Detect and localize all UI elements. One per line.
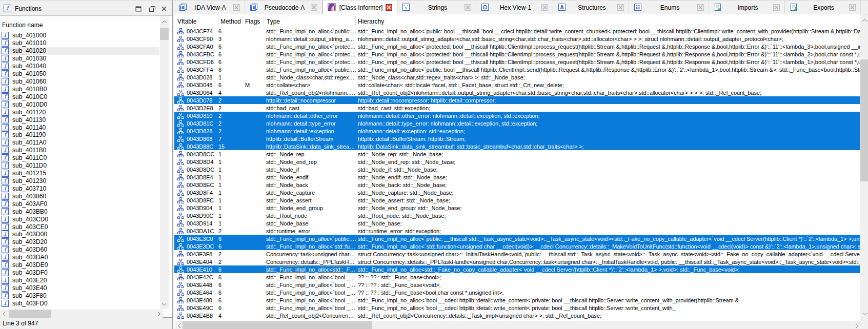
table-row[interactable]: 0043CFD86std::_Func_impl_no_alloc<`prote… (174, 58, 860, 66)
function-list-item[interactable]: fsub_401060 (0, 78, 159, 86)
column-header-type[interactable]: Type (267, 18, 280, 25)
scroll-thumb[interactable] (860, 59, 868, 181)
scroll-up-icon[interactable] (160, 17, 168, 26)
function-list-item[interactable]: fsub_403CE0 (0, 223, 159, 231)
function-list-item[interactable]: fsub_403CD0 (0, 215, 159, 223)
scroll-thumb[interactable] (9, 310, 51, 318)
restore-icon[interactable] (149, 5, 156, 12)
column-header-flags[interactable]: Flags (245, 18, 260, 25)
function-list-item[interactable]: fsub_401050 (0, 70, 159, 78)
table-row[interactable]: 0043D9041std::_Node_end_groupstd::_Node_… (174, 204, 860, 212)
tab-exports[interactable]: Exports (785, 1, 861, 14)
function-list-item[interactable]: fsub_403F80 (0, 292, 159, 299)
table-row[interactable]: 0043D8FC1std::_Node_assertstd::_Node_ass… (174, 196, 860, 204)
function-list-item[interactable]: fsub_403860 (0, 192, 159, 200)
table-row[interactable]: 0043E3F82Concurrency::task<unsigned char… (174, 250, 860, 258)
scroll-left-icon[interactable] (0, 310, 8, 318)
tab-close-icon[interactable] (541, 4, 548, 11)
function-list-item[interactable]: fsub_401130 (0, 116, 159, 124)
function-list-item[interactable]: fsub_401215 (0, 170, 159, 177)
tab-close-icon[interactable] (386, 4, 392, 11)
tab-hex-view-1[interactable]: Hex View-1 (476, 1, 553, 14)
table-row[interactable]: 0043D8687httplib::detail::BufferStreamht… (174, 135, 860, 142)
tab-close-icon[interactable] (465, 4, 471, 11)
scroll-down-icon[interactable] (160, 300, 168, 308)
function-list-item[interactable]: fsub_4011B0 (0, 147, 159, 154)
functions-vertical-scrollbar[interactable] (160, 16, 169, 309)
scroll-thumb[interactable] (160, 28, 169, 40)
functions-horizontal-scrollbar[interactable] (0, 310, 163, 318)
table-row[interactable]: 0043D0644std::_Ref_count_obj2<nlohmann::… (174, 89, 860, 96)
function-list-item[interactable]: fsub_403FD0 (0, 299, 159, 307)
function-list-item[interactable]: fsub_403E40 (0, 284, 159, 292)
function-list-item[interactable]: fsub_403D20 (0, 238, 159, 246)
tab-close-icon[interactable] (233, 4, 240, 11)
tab-close-icon[interactable] (849, 4, 856, 11)
scroll-right-icon[interactable] (853, 321, 861, 329)
tab-close-icon[interactable] (773, 4, 780, 11)
function-list-item[interactable]: fsub_403DF0 (0, 269, 159, 277)
table-row[interactable]: 0043CF903nlohmann::detail::output_string… (174, 35, 860, 43)
function-list-item[interactable]: fsub_403AF0 (0, 200, 159, 208)
function-list-item[interactable]: fsub_401040 (0, 63, 159, 70)
tab-close-icon[interactable] (617, 4, 624, 11)
scroll-up-icon[interactable] (860, 16, 868, 24)
function-list-item[interactable]: fsub_403BB0 (0, 208, 159, 215)
tab-imports[interactable]: Imports (709, 1, 785, 14)
tab-pseudocode-a[interactable]: Pseudocode-A (245, 1, 322, 14)
table-row[interactable]: 0043E49C6std::_Func_impl_no_alloc<`bool … (174, 304, 860, 312)
tab-structures[interactable]: AStructures (553, 1, 629, 14)
table-row[interactable]: 0043E3C06std::_Func_impl_no_alloc<`publi… (174, 235, 860, 242)
table-row[interactable]: 0043D8D41std::_Node_end_repstd::_Node_en… (174, 158, 860, 166)
table-row[interactable]: 0043CFA06std::_Func_impl_no_alloc<`prote… (174, 43, 860, 50)
column-header-hierarchy[interactable]: Hierarchy (358, 18, 384, 25)
function-list-item[interactable]: fsub_4011A0 (0, 139, 159, 147)
functions-panel-titlebar[interactable]: f Functions (0, 0, 172, 16)
table-row[interactable]: 0043E4B84std::_Ref_count_obj2<Concurrenc… (174, 312, 860, 319)
function-list-item[interactable]: fsub_4010D0 (0, 100, 159, 108)
table-row[interactable]: 0043D9141std::_Node_basestd::_Node_base; (174, 219, 860, 227)
column-header-method[interactable]: Method (220, 18, 241, 25)
table-row[interactable]: 0043D8102nlohmann::detail::other_errornl… (174, 112, 860, 119)
tab-strings[interactable]: sStrings (397, 1, 476, 14)
function-list-item[interactable]: fsub_401010 (0, 39, 159, 47)
function-list-item[interactable]: fsub_401000 (0, 32, 159, 39)
table-row[interactable]: 0043D8CC1std::_Node_repstd::_Node_rep: s… (174, 150, 860, 158)
function-list-item[interactable]: fsub_401030 (0, 55, 159, 63)
function-list-item[interactable]: fsub_4010B0 (0, 85, 159, 93)
table-row[interactable]: 0043E4106std::_Func_impl_no_alloc<std::_… (174, 265, 860, 273)
scroll-right-icon[interactable] (155, 310, 163, 318)
function-list-item[interactable]: fsub_403710 (0, 184, 159, 192)
table-horizontal-scrollbar[interactable] (175, 321, 860, 329)
function-name-column-header[interactable]: Function name (2, 22, 43, 29)
scroll-thumb[interactable] (183, 321, 372, 329)
table-row[interactable]: 0043D8F41std::_Node_capturestd::_Node_ca… (174, 189, 860, 196)
function-list-item[interactable]: fsub_403DA0 (0, 254, 159, 261)
function-list-item[interactable]: fsub_401230 (0, 177, 159, 185)
table-row[interactable]: 0043D8EC1std::_Node_backstd::_Node_back:… (174, 181, 860, 189)
table-row[interactable]: 0043D0782httplib::detail::nocompressorht… (174, 96, 860, 104)
function-list-item[interactable]: fsub_4010C0 (0, 93, 159, 100)
tab-enums[interactable]: Enums (629, 1, 709, 14)
maximize-icon[interactable] (135, 5, 142, 12)
function-list-item[interactable]: fsub_401020 (0, 47, 159, 55)
function-list-item[interactable]: fsub_4011D0 (0, 162, 159, 170)
table-row[interactable]: 0043D0281std::_Node_class<char,std::rege… (174, 73, 860, 81)
table-row[interactable]: 0043D90C1std::_Root_nodestd::_Root_node:… (174, 212, 860, 219)
table-row[interactable]: 0043D2E82std::bad_caststd::bad_cast: std… (174, 104, 860, 112)
table-row[interactable]: 0043D8282nlohmann::detail::exceptionnloh… (174, 127, 860, 135)
function-list-item[interactable]: fsub_403E20 (0, 277, 159, 284)
function-list-item[interactable]: fsub_401120 (0, 108, 159, 116)
tab-close-icon[interactable] (697, 4, 704, 11)
function-list-item[interactable]: fsub_403D60 (0, 246, 159, 254)
table-row[interactable]: 0043E4646std::_Func_impl_no_alloc<`bool … (174, 289, 860, 296)
table-row[interactable]: 0043E42C6std::_Func_impl_no_alloc<`bool … (174, 273, 860, 281)
close-icon[interactable] (160, 5, 168, 12)
table-row[interactable]: 0043E4486std::_Func_impl_no_alloc<`bool … (174, 281, 860, 289)
table-row[interactable]: 0043E4042Concurrency::details::_PPLTaskH… (174, 258, 860, 265)
tab-close-icon[interactable] (311, 4, 317, 11)
table-row[interactable]: 0043D88C15httplib::DataSink::data_sink_s… (174, 142, 860, 150)
function-list-item[interactable]: fsub_403D00 (0, 231, 159, 238)
table-row[interactable]: 0043CFBC6std::_Func_impl_no_alloc<`prote… (174, 50, 860, 58)
function-list-item[interactable]: fsub_401190 (0, 131, 159, 139)
